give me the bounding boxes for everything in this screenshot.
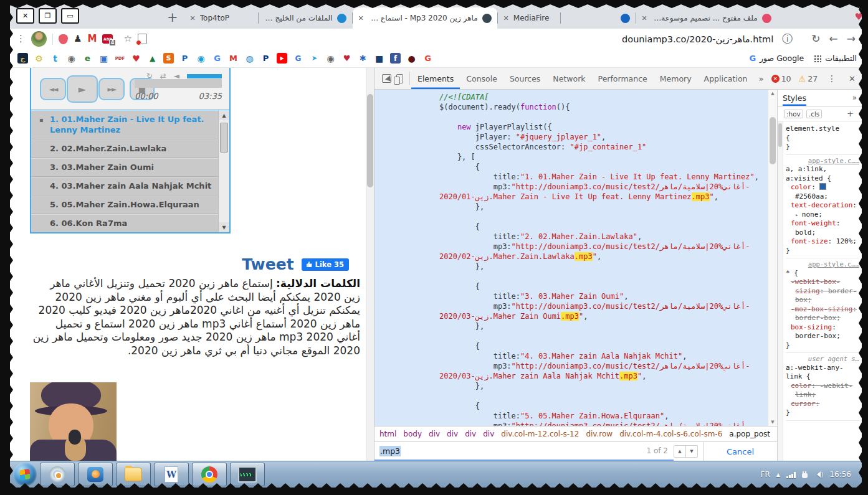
css-declaration[interactable]: color: -webkit-link; bbox=[786, 382, 859, 400]
apps-shortcut[interactable]: التطبيقات bbox=[814, 54, 857, 63]
algeria-bookmark-icon[interactable]: ▲ bbox=[147, 53, 158, 64]
paypal-bookmark-icon[interactable]: P bbox=[179, 53, 190, 64]
scroll-up-icon[interactable]: ▲ bbox=[768, 91, 777, 96]
adblock-plus-icon[interactable]: ABP 4 bbox=[102, 34, 113, 44]
stylesheet-link[interactable]: user agent s… bbox=[786, 354, 859, 364]
new-tab-button[interactable]: + bbox=[167, 10, 178, 25]
previous-match-button[interactable]: ▲ bbox=[674, 446, 685, 457]
playlist-item[interactable]: 6. 06.Kon Ra7ma bbox=[31, 214, 219, 232]
reload-icon[interactable]: ↻ bbox=[811, 34, 820, 44]
profile-avatar[interactable] bbox=[31, 31, 47, 47]
styles-filter-chip[interactable]: .cls bbox=[806, 110, 823, 118]
devtools-close-icon[interactable]: ✕ bbox=[846, 74, 858, 83]
search-input[interactable]: .mp3 bbox=[374, 442, 641, 461]
breadcrumb-item[interactable]: div bbox=[483, 430, 494, 438]
next-track-button[interactable]: ►► bbox=[98, 78, 125, 100]
taskbar-cd-icon[interactable] bbox=[40, 463, 75, 486]
devtools-tab-sources[interactable]: Sources bbox=[503, 68, 546, 89]
translate-bookmark-icon[interactable]: G bbox=[293, 53, 303, 64]
restore-window-icon[interactable]: ❐ bbox=[39, 8, 57, 24]
blue-bird-bookmark-icon[interactable]: ➤ bbox=[309, 53, 320, 64]
tweet-button[interactable]: Tweet bbox=[242, 255, 293, 273]
taskbar-monitor-icon[interactable] bbox=[230, 463, 265, 486]
css-declaration[interactable]: font-weight: bold; bbox=[786, 219, 859, 237]
breadcrumb-item[interactable]: div.col-m-4.col-s-6.col-sm-6 bbox=[619, 430, 722, 438]
google-images-bookmark[interactable]: G صور Google bbox=[749, 54, 804, 63]
playlist-item[interactable]: 3. 03.Maher Zain Oumi bbox=[31, 158, 219, 177]
warning-badge[interactable]: ⚠ 27 bbox=[799, 74, 818, 83]
playlist-scroll-thumb[interactable] bbox=[220, 123, 228, 153]
elements-scroll-thumb[interactable] bbox=[770, 117, 776, 164]
playlist-item[interactable]: ▪1. 01.Maher Zain - Live It Up feat. Len… bbox=[31, 110, 219, 139]
browser-tab[interactable]: ✕ماهر زين Mp3 2020 - استماع وتحميل الأغا… bbox=[353, 7, 497, 29]
selected-script-text[interactable]: //<![CDATA[$(document).ready(function(){… bbox=[374, 90, 768, 426]
facebook-like-button[interactable]: Like 35 bbox=[302, 258, 349, 271]
css-declaration[interactable]: font-size: 120%; bbox=[786, 237, 859, 247]
blocked-content-icon[interactable] bbox=[138, 34, 147, 44]
page-scroll-thumb[interactable] bbox=[367, 94, 373, 187]
browser-tab[interactable]: ✕Top4toP bbox=[184, 7, 258, 29]
taskbar-media-player-icon[interactable] bbox=[78, 463, 113, 486]
watan-bookmark-icon[interactable]: ◍ bbox=[244, 53, 255, 64]
teal-circle-bookmark-icon[interactable]: ◉ bbox=[196, 53, 206, 64]
rule-selector[interactable]: element.style bbox=[786, 125, 859, 134]
globe-bookmark-icon[interactable]: ◉ bbox=[66, 53, 77, 64]
tab-close-icon[interactable]: ✕ bbox=[642, 14, 647, 22]
clock[interactable]: 16:56 bbox=[829, 470, 851, 479]
forward-icon[interactable]: → bbox=[847, 34, 856, 44]
tab-close-icon[interactable]: ✕ bbox=[358, 14, 364, 22]
elements-scrollbar[interactable]: ▲ ▼ bbox=[768, 90, 777, 426]
color-swatch[interactable] bbox=[819, 183, 826, 190]
adguard-shield-icon[interactable] bbox=[59, 34, 68, 44]
rule-selector[interactable]: a:-webkit-any-link { bbox=[786, 364, 859, 382]
dom-tree-view[interactable]: //<![CDATA[$(document).ready(function(){… bbox=[374, 90, 777, 426]
css-declaration[interactable]: color: #2560aa; bbox=[786, 183, 859, 201]
google2-bookmark-icon[interactable]: G bbox=[422, 53, 433, 64]
error-badge[interactable]: ✕ 10 bbox=[771, 74, 791, 83]
stylesheet-link[interactable]: app-style.c…… bbox=[786, 156, 859, 166]
sidebar-more-icon[interactable]: » bbox=[852, 93, 857, 102]
breadcrumb-item[interactable]: html bbox=[379, 430, 396, 438]
spiral-bookmark-icon[interactable]: ✱ bbox=[358, 53, 368, 64]
minimize-window-icon[interactable]: ▭ bbox=[61, 8, 79, 24]
playlist-item[interactable]: 4. 03.Maher zain Aala Nahjak Mchit bbox=[31, 177, 219, 196]
browser-tab[interactable]: الملفات من الخليج إلى المغرب bbox=[259, 7, 352, 29]
scroll-up-icon[interactable]: ▲ bbox=[219, 110, 229, 120]
back-icon[interactable]: ← bbox=[829, 34, 838, 44]
red-blob-bookmark-icon[interactable]: ♥ bbox=[131, 53, 141, 64]
gmail-bookmark-icon[interactable]: M bbox=[228, 53, 239, 64]
youtube-bookmark-icon[interactable]: ▶ bbox=[277, 53, 287, 64]
styles-scrollbar[interactable] bbox=[778, 121, 783, 461]
e-green-bookmark-icon[interactable]: e bbox=[82, 53, 93, 64]
page-scrollbar[interactable] bbox=[366, 68, 374, 461]
pdf24-bookmark-icon[interactable]: PDF bbox=[115, 53, 125, 64]
inspect-element-icon[interactable] bbox=[382, 74, 391, 83]
previous-track-button[interactable]: ◄◄ bbox=[40, 78, 66, 100]
taskbar-explorer-icon[interactable] bbox=[116, 463, 151, 486]
gmail-extension-icon[interactable]: M bbox=[87, 34, 97, 44]
language-indicator[interactable]: FR bbox=[761, 470, 770, 479]
stylesheet-link[interactable]: app-style.c…… bbox=[786, 260, 859, 269]
scroll-down-icon[interactable]: ▼ bbox=[219, 222, 229, 232]
browser-tab[interactable]: ✕ملف مفتوح ... تصميم موسوعة للسيرة النبو… bbox=[636, 7, 777, 29]
cancel-button[interactable]: Cancel bbox=[727, 447, 754, 456]
browser-tab[interactable]: ✕MediaFire bbox=[498, 7, 560, 29]
devtools-tab-performance[interactable]: Performance bbox=[592, 68, 654, 89]
extension-person-icon[interactable]: ♟ bbox=[74, 34, 82, 44]
playlist-scrollbar[interactable]: ▲ ▼ bbox=[218, 110, 229, 232]
playlist-item[interactable]: 2. 02.Maher.Zain.Lawlaka bbox=[31, 139, 219, 158]
paypal2-bookmark-icon[interactable]: P bbox=[260, 53, 271, 64]
chat-blue-bookmark-icon[interactable]: ▣ bbox=[98, 53, 109, 64]
css-declaration[interactable]: text-decoration: ▸ none; bbox=[786, 201, 859, 219]
device-toolbar-icon[interactable] bbox=[396, 74, 403, 83]
globe2-bookmark-icon[interactable]: ◉ bbox=[325, 53, 336, 64]
speaker-icon[interactable]: ) bbox=[814, 471, 824, 478]
close-window-icon[interactable]: ✕ bbox=[16, 8, 34, 24]
play-button[interactable]: ► bbox=[67, 75, 98, 103]
search-query[interactable]: .mp3 bbox=[379, 446, 401, 456]
sur-orange-bookmark-icon[interactable]: S bbox=[163, 53, 174, 64]
playlist-item[interactable]: 5. 05.Maher Zain.Howa.Elquraan bbox=[31, 196, 219, 214]
power-plug-icon[interactable] bbox=[802, 473, 808, 478]
devtools-menu-icon[interactable]: ⋮ bbox=[825, 73, 839, 83]
devtools-tab-console[interactable]: Console bbox=[460, 68, 503, 89]
